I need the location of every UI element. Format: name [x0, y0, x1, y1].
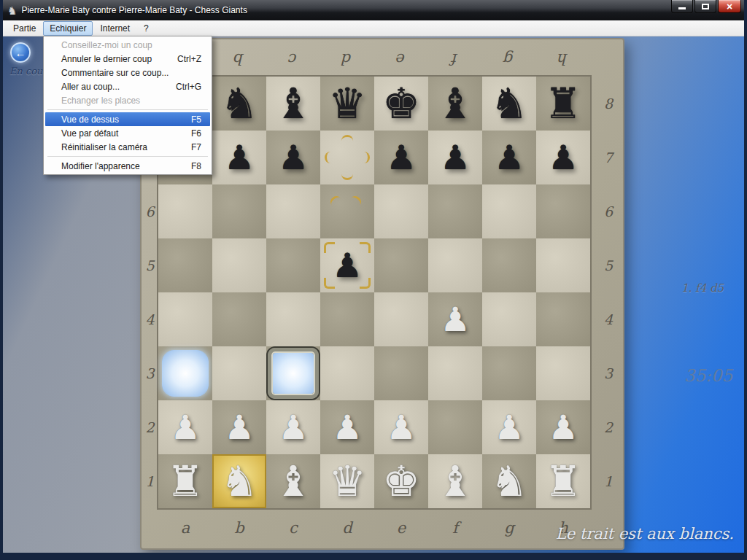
white-pawn[interactable]: ♟ [224, 411, 254, 444]
black-king[interactable]: ♚ [382, 82, 420, 125]
square-a2[interactable]: ♟ [158, 400, 212, 454]
square-c2[interactable]: ♟ [266, 400, 320, 454]
black-knight[interactable]: ♞ [220, 82, 258, 125]
square-b2[interactable]: ♟ [212, 400, 266, 454]
square-g6[interactable] [482, 184, 536, 238]
white-rook[interactable]: ♜ [166, 460, 204, 502]
black-pawn[interactable]: ♟ [386, 141, 416, 174]
back-button[interactable]: ← [10, 42, 31, 63]
square-d3[interactable] [320, 346, 374, 400]
square-e7[interactable]: ♟ [374, 131, 428, 184]
white-king[interactable]: ♚ [382, 460, 420, 502]
square-c1[interactable]: ♝ [266, 454, 320, 508]
square-d5[interactable]: ♟ [320, 238, 374, 292]
maximize-button[interactable] [694, 0, 716, 13]
white-pawn[interactable]: ♟ [386, 411, 416, 444]
square-h1[interactable]: ♜ [536, 454, 590, 508]
black-queen[interactable]: ♛ [328, 82, 366, 125]
white-pawn[interactable]: ♟ [494, 411, 524, 444]
square-h8[interactable]: ♜ [536, 77, 590, 131]
square-g5[interactable] [482, 238, 536, 292]
minimize-button[interactable] [671, 0, 693, 13]
square-f4[interactable]: ♟ [428, 292, 482, 346]
black-bishop[interactable]: ♝ [274, 82, 312, 125]
square-f1[interactable]: ♝ [428, 454, 482, 508]
square-b4[interactable] [212, 292, 266, 346]
white-pawn[interactable]: ♟ [440, 303, 470, 336]
square-c3[interactable] [266, 346, 320, 400]
black-pawn[interactable]: ♟ [440, 141, 470, 174]
square-b8[interactable]: ♞ [212, 77, 266, 131]
white-queen[interactable]: ♛ [328, 460, 366, 502]
square-g2[interactable]: ♟ [482, 400, 536, 454]
square-a6[interactable] [158, 184, 212, 238]
white-knight[interactable]: ♞ [490, 460, 528, 502]
square-f8[interactable]: ♝ [428, 77, 482, 131]
square-a5[interactable] [158, 238, 212, 292]
square-e2[interactable]: ♟ [374, 400, 428, 454]
square-b6[interactable] [212, 184, 266, 238]
square-h5[interactable] [536, 238, 590, 292]
square-f7[interactable]: ♟ [428, 131, 482, 184]
square-d1[interactable]: ♛ [320, 454, 374, 508]
white-pawn[interactable]: ♟ [332, 411, 362, 444]
square-h2[interactable]: ♟ [536, 400, 590, 454]
black-rook[interactable]: ♜ [544, 82, 582, 125]
square-d2[interactable]: ♟ [320, 400, 374, 454]
white-bishop[interactable]: ♝ [436, 460, 474, 502]
square-f3[interactable] [428, 346, 482, 400]
black-bishop[interactable]: ♝ [436, 82, 474, 125]
square-g1[interactable]: ♞ [482, 454, 536, 508]
white-pawn[interactable]: ♟ [548, 411, 578, 444]
square-c6[interactable] [266, 184, 320, 238]
menu-item-reinitialiser-la-camera[interactable]: Réinitialiser la caméraF7 [45, 140, 210, 154]
white-pawn[interactable]: ♟ [278, 411, 308, 444]
menu-partie[interactable]: Partie [7, 21, 42, 36]
square-f5[interactable] [428, 238, 482, 292]
square-g4[interactable] [482, 292, 536, 346]
square-e4[interactable] [374, 292, 428, 346]
square-c4[interactable] [266, 292, 320, 346]
menu-item-annuler-le-dernier-coup[interactable]: Annuler le dernier coupCtrl+Z [45, 52, 210, 66]
square-b5[interactable] [212, 238, 266, 292]
black-pawn[interactable]: ♟ [224, 141, 254, 174]
square-e8[interactable]: ♚ [374, 77, 428, 131]
square-g8[interactable]: ♞ [482, 77, 536, 131]
square-e6[interactable] [374, 184, 428, 238]
menu-item-vue-de-dessus[interactable]: Vue de dessusF5 [45, 112, 210, 126]
square-d6[interactable] [320, 184, 374, 238]
white-bishop[interactable]: ♝ [274, 460, 312, 502]
square-g7[interactable]: ♟ [482, 131, 536, 184]
white-pawn[interactable]: ♟ [170, 411, 200, 444]
square-b3[interactable] [212, 346, 266, 400]
black-pawn[interactable]: ♟ [494, 141, 524, 174]
square-d8[interactable]: ♛ [320, 77, 374, 131]
square-e1[interactable]: ♚ [374, 454, 428, 508]
square-a3[interactable] [158, 346, 212, 400]
square-h6[interactable] [536, 184, 590, 238]
square-a4[interactable] [158, 292, 212, 346]
black-pawn[interactable]: ♟ [278, 141, 308, 174]
square-h7[interactable]: ♟ [536, 131, 590, 184]
white-knight[interactable]: ♞ [220, 460, 258, 502]
square-c7[interactable]: ♟ [266, 131, 320, 184]
menu-help[interactable]: ? [137, 21, 155, 36]
menu-item-vue-par-defaut[interactable]: Vue par défautF6 [45, 126, 210, 140]
square-c5[interactable] [266, 238, 320, 292]
square-g3[interactable] [482, 346, 536, 400]
close-button[interactable]: × [718, 0, 741, 13]
square-a1[interactable]: ♜ [158, 454, 212, 508]
square-e5[interactable] [374, 238, 428, 292]
square-d4[interactable] [320, 292, 374, 346]
menu-internet[interactable]: Internet [93, 21, 136, 36]
square-d7[interactable] [320, 131, 374, 184]
menu-item-aller-au-coup[interactable]: Aller au coup...Ctrl+G [45, 79, 210, 93]
square-c8[interactable]: ♝ [266, 77, 320, 131]
white-rook[interactable]: ♜ [544, 460, 582, 502]
menu-item-modifier-l-apparence[interactable]: Modifier l'apparenceF8 [45, 159, 210, 173]
square-b1[interactable]: ♞ [212, 454, 266, 508]
black-knight[interactable]: ♞ [490, 82, 528, 125]
menu-item-commentaire-sur-ce-coup[interactable]: Commentaire sur ce coup... [45, 66, 210, 79]
square-f2[interactable] [428, 400, 482, 454]
square-f6[interactable] [428, 184, 482, 238]
